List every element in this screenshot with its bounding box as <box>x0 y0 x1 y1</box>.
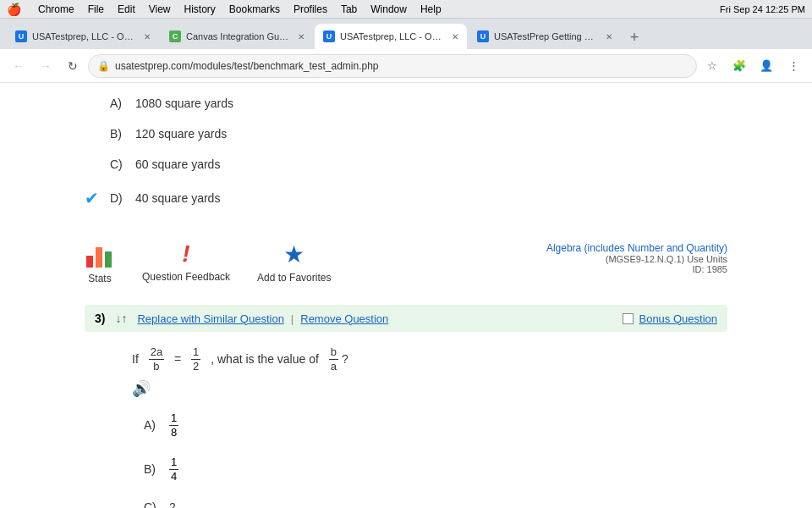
tab-1[interactable]: U USATestprep, LLC - Online St... ✕ <box>7 24 159 49</box>
add-favorites-icon-item[interactable]: ★ Add to Favorites <box>257 240 331 284</box>
q3-answer-b: B) 1 4 <box>118 456 727 483</box>
tab-4-favicon: U <box>477 30 489 42</box>
lock-icon: 🔒 <box>97 60 110 72</box>
nav-right-controls: ☆ 🧩 👤 ⋮ <box>700 54 805 78</box>
profile-button[interactable]: 👤 <box>754 54 778 78</box>
q3-answer-a: A) 1 8 <box>118 411 727 439</box>
menu-tab[interactable]: Tab <box>341 3 357 15</box>
tab-4-label: USATestPrep Getting Started ... <box>494 31 597 41</box>
bookmark-star-button[interactable]: ☆ <box>700 54 724 78</box>
menu-help[interactable]: Help <box>420 3 442 15</box>
category-info: Algebra (includes Number and Quantity) (… <box>546 242 727 274</box>
q3-answer-letter-b: B) <box>144 462 169 476</box>
audio-button[interactable]: 🔊 <box>132 379 727 398</box>
bonus-area: Bonus Question <box>623 312 717 325</box>
question-end-text: ? <box>342 352 348 366</box>
fraction-denominator-2: 2 <box>191 360 200 373</box>
question-3-text: If 2a b = 1 2 , what is the value of b a… <box>132 345 727 373</box>
question-mid-text: , what is the value of <box>211 352 319 366</box>
q3-answer-c: C) 2 <box>118 500 727 508</box>
back-button[interactable]: ← <box>7 54 30 78</box>
question-links: Replace with Similar Question | Remove Q… <box>137 312 388 325</box>
tab-3-favicon: U <box>323 30 335 42</box>
q3-fraction-1-4: 1 4 <box>169 456 178 483</box>
q3-answer-text-c: 2 <box>169 500 176 508</box>
checkmark-d: ✔ <box>85 188 103 208</box>
answer-letter-d: D) <box>110 191 135 205</box>
stats-icon-item[interactable]: Stats <box>85 239 115 284</box>
chrome-window: U USATestprep, LLC - Online St... ✕ C Ca… <box>0 19 812 508</box>
menu-dots-button[interactable]: ⋮ <box>782 54 805 78</box>
menu-file[interactable]: File <box>88 3 104 15</box>
menu-bookmarks[interactable]: Bookmarks <box>229 3 280 15</box>
feedback-label: Question Feedback <box>142 271 230 283</box>
q3-answer-letter-c: C) <box>144 500 169 508</box>
bonus-checkbox[interactable] <box>623 313 634 324</box>
q3-frac-num-a: 1 <box>169 411 178 426</box>
menu-chrome[interactable]: Chrome <box>38 3 74 15</box>
tab-4-close[interactable]: ✕ <box>606 32 612 41</box>
fraction-numerator-2a: 2a <box>149 345 164 360</box>
svg-rect-2 <box>105 251 112 268</box>
q3-frac-den-b: 4 <box>169 470 178 483</box>
action-icons-row: Stats ! Question Feedback ★ Add to Favor… <box>85 239 331 284</box>
answer-option-c: C) 60 square yards <box>85 157 727 171</box>
star-icon: ★ <box>283 240 304 268</box>
menu-edit[interactable]: Edit <box>118 3 135 15</box>
answer-letter-a: A) <box>110 97 135 110</box>
answer-letter-c: C) <box>110 157 135 171</box>
tab-1-label: USATestprep, LLC - Online St... <box>32 31 135 41</box>
sort-arrows-icon[interactable]: ↓↑ <box>115 312 127 325</box>
stats-bar-chart-icon <box>85 239 115 269</box>
tab-2-close[interactable]: ✕ <box>298 32 304 41</box>
new-tab-button[interactable]: + <box>623 25 646 49</box>
tab-1-favicon: U <box>15 30 27 42</box>
menu-bar-right: Fri Sep 24 12:25 PM <box>720 4 805 14</box>
reload-button[interactable]: ↻ <box>61 54 85 78</box>
tab-3-label: USATestprep, LLC - Online St... <box>340 31 443 41</box>
address-bar[interactable]: 🔒 usatestprep.com/modules/test/benchmark… <box>88 54 697 78</box>
answer-text-a: 1080 square yards <box>135 97 233 110</box>
svg-rect-1 <box>96 247 102 268</box>
fraction-denominator-b: b <box>151 360 161 373</box>
pipe-separator: | <box>291 312 294 325</box>
tab-bar: U USATestprep, LLC - Online St... ✕ C Ca… <box>0 19 812 49</box>
menu-window[interactable]: Window <box>370 3 407 15</box>
extensions-button[interactable]: 🧩 <box>727 54 751 78</box>
tab-4[interactable]: U USATestPrep Getting Started ... ✕ <box>469 24 621 49</box>
question-if-text: If <box>132 352 139 366</box>
replace-question-link[interactable]: Replace with Similar Question <box>137 312 283 325</box>
equals-sign: = <box>174 352 181 366</box>
forward-button[interactable]: → <box>34 54 58 78</box>
fraction-numerator-b: b <box>329 345 338 360</box>
bonus-label[interactable]: Bonus Question <box>639 312 717 325</box>
answer-option-d: ✔ D) 40 square yards <box>85 188 727 208</box>
answer-option-a: A) 1080 square yards <box>85 97 727 110</box>
answer-text-c: 60 square yards <box>135 157 220 171</box>
q3-frac-den-a: 8 <box>169 426 178 439</box>
stats-label: Stats <box>88 273 111 284</box>
page-content: A) 1080 square yards B) 120 square yards… <box>0 83 812 508</box>
category-name: Algebra (includes Number and Quantity) <box>546 242 727 254</box>
answer-text-d: 40 square yards <box>135 191 220 205</box>
tab-2-label: Canvas Integration Guide - Pr... <box>186 31 289 41</box>
tab-2-favicon: C <box>169 30 181 42</box>
remove-question-link[interactable]: Remove Question <box>300 312 388 325</box>
question-3-number: 3) <box>95 312 105 325</box>
apple-menu[interactable]: 🍎 <box>7 3 21 16</box>
tab-3[interactable]: U USATestprep, LLC - Online St... ✕ <box>315 24 467 49</box>
answer-text-b: 120 square yards <box>135 127 227 141</box>
q3-fraction-1-8: 1 8 <box>169 411 178 439</box>
question-3-banner: 3) ↓↑ Replace with Similar Question | Re… <box>85 305 727 332</box>
tab-1-close[interactable]: ✕ <box>144 32 151 41</box>
nav-bar: ← → ↻ 🔒 usatestprep.com/modules/test/ben… <box>0 49 812 83</box>
tab-2[interactable]: C Canvas Integration Guide - Pr... ✕ <box>161 24 313 49</box>
question-feedback-icon-item[interactable]: ! Question Feedback <box>142 240 230 283</box>
url-display: usatestprep.com/modules/test/benchmark_t… <box>115 60 379 72</box>
menu-bar: 🍎 Chrome File Edit View History Bookmark… <box>0 0 812 19</box>
menu-view[interactable]: View <box>149 3 171 15</box>
menu-profiles[interactable]: Profiles <box>294 3 327 15</box>
answer-option-b: B) 120 square yards <box>85 127 727 141</box>
tab-3-close[interactable]: ✕ <box>452 32 458 41</box>
menu-history[interactable]: History <box>184 3 216 15</box>
